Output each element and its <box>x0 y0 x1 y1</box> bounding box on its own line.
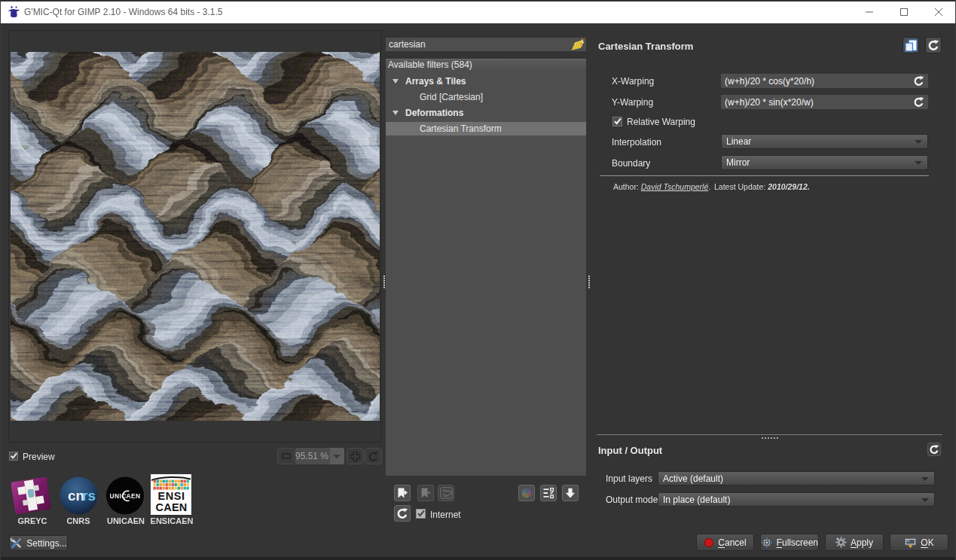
svg-text:UNICAEN: UNICAEN <box>110 492 141 500</box>
svg-text:Abc: Abc <box>442 488 451 493</box>
svg-text:rs: rs <box>82 488 96 504</box>
svg-text:CAEN: CAEN <box>156 501 188 513</box>
svg-text:ENSI: ENSI <box>157 490 185 502</box>
svg-text:Def: Def <box>442 493 449 498</box>
